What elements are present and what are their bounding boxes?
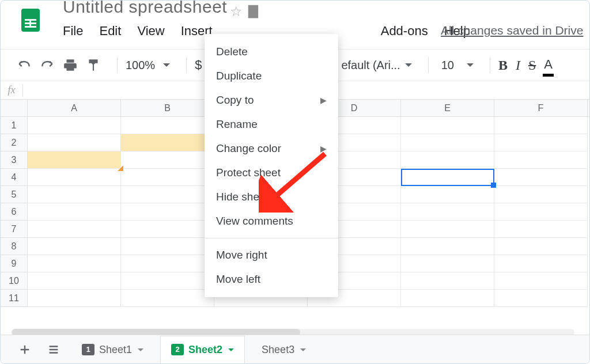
active-cell-selection (401, 169, 494, 186)
menu-item-label: Rename (216, 118, 258, 131)
menu-file[interactable]: File (63, 24, 83, 39)
zoom-dropdown[interactable]: 100% (126, 54, 170, 77)
menu-view[interactable]: View (137, 24, 164, 39)
row-header[interactable]: 6 (1, 203, 27, 221)
save-status[interactable]: All changes saved in Drive (441, 24, 583, 37)
zoom-value: 100% (126, 59, 155, 72)
row-header[interactable]: 3 (1, 151, 27, 169)
chevron-down-icon[interactable] (300, 348, 306, 354)
toolbar-separator (186, 57, 187, 73)
menu-item-protect-sheet[interactable]: Protect sheet (205, 161, 338, 185)
italic-button[interactable]: I (516, 54, 520, 77)
column-header[interactable]: F (494, 100, 588, 116)
sheet-tab-label: Sheet1 (99, 344, 132, 356)
menu-item-label: View comments (216, 215, 293, 227)
sheet-tab-bar: 1 Sheet1 2 Sheet2 Sheet3 (1, 335, 589, 363)
menu-item-duplicate[interactable]: Duplicate (205, 64, 338, 88)
comment-badge: 2 (171, 344, 184, 355)
toolbar-separator (428, 57, 429, 73)
select-all-corner[interactable] (1, 100, 28, 117)
sheet-tab-sheet3[interactable]: Sheet3 (251, 336, 317, 363)
currency-button[interactable]: $ (195, 54, 202, 77)
undo-button[interactable] (17, 54, 32, 77)
menu-item-label: Copy to (216, 94, 254, 107)
menu-item-copy-to[interactable]: Copy to▶ (205, 88, 338, 112)
row-header[interactable]: 7 (1, 221, 27, 238)
menu-addons[interactable]: Add-ons (381, 24, 428, 39)
star-icon[interactable]: ☆ (230, 3, 243, 20)
document-title[interactable]: Untitled spreadsheet (63, 0, 227, 17)
bold-label: B (498, 58, 508, 73)
chevron-down-icon[interactable] (228, 348, 234, 354)
fx-icon: fx (1, 84, 22, 96)
print-button[interactable] (63, 54, 78, 77)
font-family-value: efault (Ari... (341, 59, 400, 72)
redo-button[interactable] (40, 54, 55, 77)
submenu-arrow-icon: ▶ (320, 96, 327, 105)
menu-item-label: Move left (216, 273, 260, 286)
selection-handle[interactable] (491, 183, 496, 188)
comment-badge: 1 (82, 344, 94, 355)
menu-item-label: Hide sheet (216, 191, 268, 203)
cell-B2[interactable] (121, 134, 214, 151)
strike-label: S (528, 58, 536, 73)
chevron-down-icon (467, 63, 474, 70)
italic-label: I (516, 58, 520, 73)
row-header[interactable]: 5 (1, 186, 27, 203)
menu-item-delete[interactable]: Delete (205, 40, 338, 64)
menu-item-hide-sheet[interactable]: Hide sheet (205, 185, 338, 209)
menu-item-move-left[interactable]: Move left (205, 267, 338, 291)
text-color-label: A (544, 57, 553, 73)
menu-item-view-comments[interactable]: View comments (205, 209, 338, 233)
row-header[interactable]: 11 (1, 290, 27, 307)
menu-divider (205, 238, 338, 238)
move-to-folder-icon[interactable]: ▇ (248, 3, 258, 18)
sheet-tab-sheet1[interactable]: 1 Sheet1 (71, 336, 154, 363)
currency-label: $ (195, 58, 202, 73)
menu-item-move-right[interactable]: Move right (205, 243, 338, 267)
sheet-tab-label: Sheet3 (262, 344, 294, 356)
menu-item-rename[interactable]: Rename (205, 112, 338, 136)
toolbar-separator (117, 57, 118, 73)
menu-item-label: Move right (216, 249, 267, 261)
row-headers: 1 2 3 4 5 6 7 8 9 10 11 (1, 117, 28, 307)
chevron-down-icon (405, 63, 412, 70)
all-sheets-button[interactable] (42, 338, 65, 361)
chevron-down-icon (163, 63, 170, 70)
submenu-arrow-icon: ▶ (320, 144, 327, 153)
svg-rect-4 (29, 19, 31, 28)
row-header[interactable]: 8 (1, 238, 27, 255)
font-size-dropdown[interactable]: 10 (441, 54, 474, 77)
column-header[interactable]: B (121, 100, 214, 116)
row-header[interactable]: 9 (1, 255, 27, 272)
row-header[interactable]: 4 (1, 169, 27, 186)
menu-item-label: Delete (216, 46, 248, 58)
menu-item-label: Change color (216, 142, 281, 155)
text-color-button[interactable]: A (544, 54, 553, 77)
cell-corner-icon (118, 165, 123, 171)
row-header[interactable]: 2 (1, 134, 27, 151)
sheet-tab-sheet2[interactable]: 2 Sheet2 (160, 336, 245, 363)
column-header[interactable]: E (401, 100, 494, 116)
sheet-tab-label: Sheet2 (188, 344, 222, 356)
row-header[interactable]: 10 (1, 272, 27, 290)
menu-item-label: Duplicate (216, 70, 262, 82)
font-size-value: 10 (441, 59, 454, 72)
menu-item-label: Protect sheet (216, 166, 281, 179)
add-sheet-button[interactable] (13, 338, 36, 361)
strikethrough-button[interactable]: S (528, 54, 536, 77)
chevron-down-icon[interactable] (138, 348, 143, 354)
menu-item-change-color[interactable]: Change color▶ (205, 136, 338, 161)
row-header[interactable]: 1 (1, 117, 27, 134)
column-header[interactable]: A (28, 100, 121, 116)
sheet-context-menu: Delete Duplicate Copy to▶ Rename Change … (205, 34, 338, 297)
font-family-dropdown[interactable]: efault (Ari... (341, 54, 411, 77)
paint-format-button[interactable] (86, 54, 101, 77)
cell-A3[interactable] (28, 151, 121, 169)
toolbar-separator (490, 57, 490, 73)
bold-button[interactable]: B (498, 54, 508, 77)
menu-edit[interactable]: Edit (99, 24, 121, 39)
sheets-app-icon (17, 6, 44, 34)
